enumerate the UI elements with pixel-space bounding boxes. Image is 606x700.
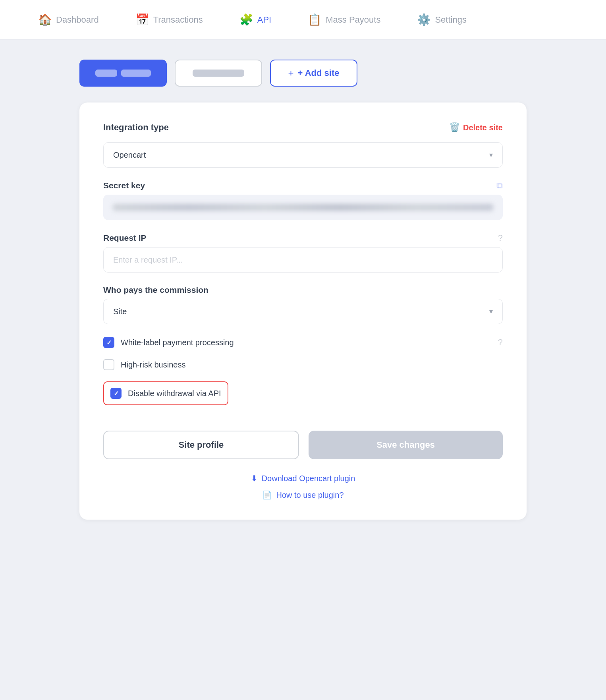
nav-item-mass-payouts[interactable]: 📋 Mass Payouts	[301, 10, 387, 29]
white-label-checkbox[interactable]: ✓	[103, 337, 114, 348]
active-tab-blur	[95, 70, 151, 77]
high-risk-checkbox-row: High-risk business	[103, 359, 503, 370]
disable-withdrawal-checkbox-row: ✓ Disable withdrawal via API	[103, 381, 228, 405]
site-tab-inactive[interactable]	[175, 60, 262, 87]
gear-icon: ⚙️	[417, 13, 431, 26]
nav-item-api[interactable]: 🧩 API	[233, 10, 278, 29]
nav-label-transactions: Transactions	[153, 15, 203, 25]
top-navigation: 🏠 Dashboard 📅 Transactions 🧩 API 📋 Mass …	[0, 0, 606, 40]
document-icon: 📄	[262, 490, 272, 500]
links-section: ⬇ Download Opencart plugin 📄 How to use …	[103, 474, 503, 500]
how-to-link-label: How to use plugin?	[276, 491, 344, 500]
add-site-button[interactable]: + + Add site	[270, 60, 357, 87]
download-icon: ⬇	[251, 474, 258, 483]
integration-type-label: Integration type	[103, 122, 169, 133]
commission-label-row: Who pays the commission	[103, 285, 503, 295]
download-link-label: Download Opencart plugin	[262, 474, 355, 483]
help-icon-white-label[interactable]: ?	[498, 337, 503, 348]
blur-pill-2	[121, 70, 151, 77]
nav-item-transactions[interactable]: 📅 Transactions	[129, 10, 209, 29]
action-buttons-row: Site profile Save changes	[103, 431, 503, 459]
secret-key-label: Secret key	[103, 181, 145, 190]
disable-withdrawal-checkbox[interactable]: ✓	[110, 388, 122, 399]
home-icon: 🏠	[38, 13, 52, 26]
chevron-down-icon: ▾	[489, 151, 493, 159]
disable-withdrawal-checkbox-label: Disable withdrawal via API	[128, 389, 221, 398]
site-tabs-row: + + Add site	[79, 60, 527, 87]
site-profile-label: Site profile	[179, 440, 224, 450]
save-changes-button[interactable]: Save changes	[309, 431, 503, 459]
high-risk-checkbox[interactable]	[103, 359, 114, 370]
integration-type-value: Opencart	[113, 151, 146, 160]
save-changes-label: Save changes	[376, 440, 435, 450]
add-site-label: + Add site	[298, 68, 340, 78]
site-profile-button[interactable]: Site profile	[103, 431, 299, 459]
nav-label-api: API	[257, 15, 271, 25]
checkmark-white-label: ✓	[106, 339, 112, 346]
commission-dropdown[interactable]: Site ▾	[103, 299, 503, 324]
integration-type-header: Integration type 🗑️ Delete site	[103, 122, 503, 133]
blur-pill-1	[95, 70, 117, 77]
nav-label-dashboard: Dashboard	[56, 15, 99, 25]
request-ip-input[interactable]	[103, 247, 503, 273]
secret-key-row: Secret key ⧉	[103, 180, 503, 191]
trash-icon: 🗑️	[449, 122, 460, 133]
disable-withdrawal-wrapper: ✓ Disable withdrawal via API	[103, 381, 503, 416]
white-label-checkbox-label: White-label payment processing	[121, 338, 234, 347]
chevron-down-commission-icon: ▾	[489, 307, 493, 316]
secret-key-field	[103, 195, 503, 220]
checkmark-disable-withdrawal: ✓	[114, 390, 119, 397]
main-content: + + Add site Integration type 🗑️ Delete …	[0, 40, 606, 540]
nav-label-settings: Settings	[435, 15, 467, 25]
site-tab-active[interactable]	[79, 60, 167, 87]
nav-item-settings[interactable]: ⚙️ Settings	[411, 10, 473, 29]
puzzle-icon: 🧩	[239, 13, 253, 26]
integration-type-dropdown[interactable]: Opencart ▾	[103, 142, 503, 168]
plus-icon: +	[288, 68, 294, 79]
delete-site-label: Delete site	[463, 123, 503, 132]
blur-pill-3	[193, 70, 244, 77]
request-ip-label: Request IP	[103, 233, 147, 243]
commission-section: Who pays the commission Site ▾	[103, 285, 503, 324]
download-plugin-link[interactable]: ⬇ Download Opencart plugin	[251, 474, 355, 483]
nav-label-mass-payouts: Mass Payouts	[326, 15, 380, 25]
commission-value: Site	[113, 307, 127, 316]
high-risk-checkbox-label: High-risk business	[121, 360, 185, 369]
request-ip-row: Request IP ?	[103, 233, 503, 243]
calendar-icon: 📅	[135, 13, 149, 26]
nav-item-dashboard[interactable]: 🏠 Dashboard	[32, 10, 105, 29]
commission-label: Who pays the commission	[103, 285, 208, 295]
how-to-use-link[interactable]: 📄 How to use plugin?	[262, 490, 344, 500]
payout-icon: 📋	[308, 13, 322, 26]
help-icon-request-ip[interactable]: ?	[498, 233, 503, 243]
delete-site-button[interactable]: 🗑️ Delete site	[449, 122, 503, 133]
secret-key-value-blurred	[113, 204, 493, 211]
api-settings-card: Integration type 🗑️ Delete site Opencart…	[79, 102, 527, 520]
copy-icon[interactable]: ⧉	[496, 180, 503, 191]
inactive-tab-blur	[193, 70, 244, 77]
white-label-checkbox-row: ✓ White-label payment processing ?	[103, 337, 503, 348]
